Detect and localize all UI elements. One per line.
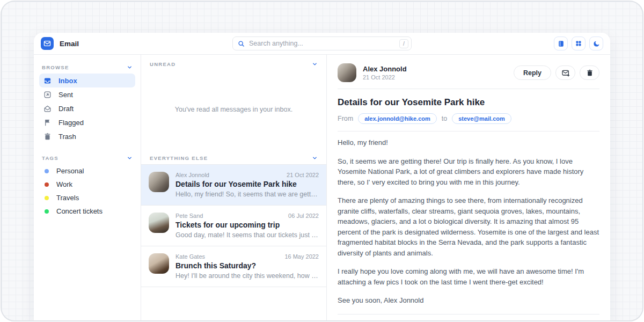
to-label: to	[442, 115, 447, 122]
body-paragraph: I really hope you love coming along with…	[338, 266, 599, 287]
avatar	[338, 63, 356, 82]
email-preview: Hey! I'll be around the city this weeken…	[175, 272, 319, 280]
to-address-pill[interactable]: steve@mail.com	[452, 113, 511, 124]
search-shortcut-badge: /	[399, 39, 408, 48]
chevron-down-icon[interactable]	[312, 155, 318, 161]
email-preview: Hello, my friend! So, it seems that we a…	[175, 191, 319, 198]
email-subject: Brunch this Saturday?	[175, 261, 319, 270]
email-row-content: Kate Gates 16 May 2022 Brunch this Satur…	[175, 253, 319, 280]
main-columns: BROWSE Inbox Sent	[34, 55, 610, 321]
moon-icon	[593, 40, 600, 47]
sidebar-item-label: Flagged	[58, 119, 84, 127]
email-body: Hello, my friend! So, it seems we are ge…	[338, 131, 599, 306]
sidebar-item-trash[interactable]: Trash	[39, 129, 135, 143]
avatar	[149, 213, 169, 233]
unread-empty-message: You've read all messages in your inbox.	[141, 70, 326, 149]
email-row-kate[interactable]: Kate Gates 16 May 2022 Brunch this Satur…	[141, 246, 326, 287]
envelope-plus-icon	[561, 69, 570, 77]
email-preview: Good day, mate! It seems that our ticket…	[175, 231, 319, 239]
browse-section-header: BROWSE	[39, 61, 135, 74]
reader-header: Alex Jonnold 21 Oct 2022 Reply	[338, 61, 599, 89]
chevron-down-icon[interactable]	[312, 61, 318, 67]
email-sender: Alex Jonnold	[175, 172, 209, 178]
flag-icon	[43, 119, 52, 127]
message-list-column: UNREAD You've read all messages in your …	[141, 55, 327, 321]
reply-button[interactable]: Reply	[514, 65, 551, 80]
app-title: Email	[60, 40, 79, 48]
apps-grid-button[interactable]	[572, 36, 586, 50]
body-paragraph: Hello, my friend!	[338, 137, 599, 148]
search-area: /	[148, 36, 496, 50]
email-row-content: Alex Jonnold 21 Oct 2022 Details for our…	[175, 172, 319, 198]
sidebar-item-sent[interactable]: Sent	[39, 87, 135, 101]
trash-icon	[43, 133, 52, 141]
tag-item-travels[interactable]: Travels	[39, 191, 135, 204]
search-box[interactable]: /	[232, 36, 412, 50]
body-paragraph: So, it seems we are getting there! Our t…	[338, 156, 599, 188]
inbox-icon	[43, 77, 52, 85]
reader-date: 21 Oct 2022	[363, 74, 507, 80]
chevron-down-icon[interactable]	[127, 64, 133, 70]
top-bar: Email /	[34, 33, 610, 55]
sidebar-item-inbox[interactable]: Inbox	[39, 74, 135, 87]
trash-icon	[586, 69, 594, 77]
desktop-background: Email /	[1, 1, 643, 321]
dark-mode-toggle[interactable]	[589, 36, 603, 50]
email-date: 21 Oct 2022	[287, 172, 319, 178]
email-date: 16 May 2022	[284, 253, 319, 260]
draft-icon	[43, 105, 52, 113]
everything-else-section-header: EVERYTHING ELSE	[141, 149, 326, 164]
email-row-content: Pete Sand 06 Jul 2022 Tickets for our up…	[175, 213, 319, 239]
sidebar-item-label: Draft	[58, 105, 74, 113]
notebook-button[interactable]	[554, 36, 568, 50]
tag-dot-red	[45, 182, 49, 187]
sidebar-item-flagged[interactable]: Flagged	[39, 115, 135, 129]
body-paragraph: There are plenty of amazing things to se…	[338, 195, 599, 258]
search-icon	[238, 40, 245, 47]
from-label: From	[338, 115, 353, 122]
email-sender: Kate Gates	[175, 253, 205, 260]
tag-label: Work	[56, 180, 72, 188]
tag-item-personal[interactable]: Personal	[39, 164, 135, 178]
reader-meta: From alex.jonnold@hike.com to steve@mail…	[338, 113, 599, 124]
attachments-label: Attachments	[338, 321, 599, 322]
tag-dot-yellow	[45, 196, 49, 200]
unread-section-header: UNREAD	[141, 55, 326, 70]
email-logo-icon	[41, 37, 54, 50]
tag-label: Travels	[56, 194, 79, 202]
email-rows: Alex Jonnold 21 Oct 2022 Details for our…	[141, 164, 326, 287]
sidebar-item-label: Inbox	[58, 77, 77, 85]
tag-dot-blue	[45, 169, 49, 173]
sidebar-item-label: Sent	[58, 91, 73, 99]
tag-label: Personal	[56, 167, 84, 175]
body-paragraph: See you soon, Alex Jonnold	[338, 295, 599, 306]
email-date: 06 Jul 2022	[288, 213, 319, 219]
sidebar-item-draft[interactable]: Draft	[39, 101, 135, 115]
reader-sender-name: Alex Jonnold	[363, 65, 507, 73]
search-input[interactable]	[249, 40, 395, 47]
browse-label: BROWSE	[42, 64, 69, 70]
reading-pane: Alex Jonnold 21 Oct 2022 Reply	[327, 55, 610, 321]
email-subject: Tickets for our upcoming trip	[175, 221, 319, 229]
divider	[338, 314, 599, 314]
tag-item-concert-tickets[interactable]: Concert tickets	[39, 204, 135, 218]
email-app-window: Email /	[34, 33, 610, 321]
chevron-down-icon[interactable]	[127, 155, 133, 161]
sent-icon	[43, 91, 52, 99]
apps-grid-icon	[575, 40, 582, 47]
delete-button[interactable]	[580, 65, 599, 80]
sidebar-item-label: Trash	[58, 133, 76, 141]
book-icon	[558, 40, 565, 47]
email-row-pete[interactable]: Pete Sand 06 Jul 2022 Tickets for our up…	[141, 206, 326, 246]
from-address-pill[interactable]: alex.jonnold@hike.com	[358, 113, 437, 124]
everything-else-label: EVERYTHING ELSE	[150, 155, 208, 161]
email-sender: Pete Sand	[175, 213, 203, 219]
tag-item-work[interactable]: Work	[39, 178, 135, 191]
avatar	[149, 172, 169, 192]
tag-label: Concert tickets	[56, 207, 103, 215]
forward-mail-button[interactable]	[555, 65, 575, 80]
top-actions	[496, 36, 603, 50]
tags-label: TAGS	[42, 155, 58, 161]
reader-sender-block: Alex Jonnold 21 Oct 2022	[363, 65, 507, 80]
email-row-alex[interactable]: Alex Jonnold 21 Oct 2022 Details for our…	[141, 165, 326, 206]
